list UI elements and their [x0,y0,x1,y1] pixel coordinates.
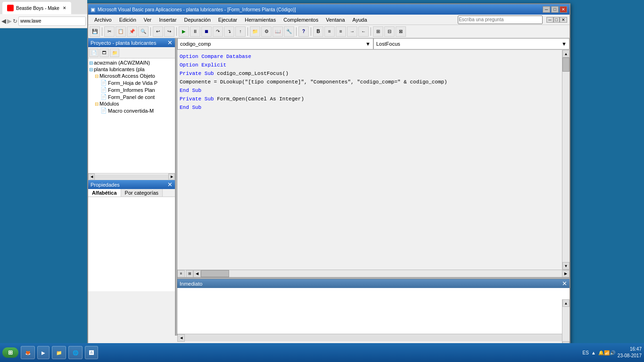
toolbar-cut[interactable]: ✂ [104,26,115,37]
toolbar-over[interactable]: ↴ [224,26,234,37]
toolbar-find[interactable]: 🔍 [138,26,149,37]
imm-vscroll-track[interactable] [562,307,570,341]
project-tree-item[interactable]: 📄 Macro convertida-M [100,107,174,114]
start-button[interactable]: ⊞ [2,347,18,358]
toolbar-objbrowser[interactable]: 📖 [272,26,283,37]
toolbar-align-center[interactable]: ≡ [336,26,346,37]
immediate-close[interactable]: ✕ [562,280,567,287]
project-tree-item[interactable]: 📄 Form_Hoja de Vida P [100,79,174,86]
proc-view-button[interactable]: ⊞ [186,270,193,278]
toolbar-paste[interactable]: 📌 [127,26,137,37]
hscroll-right-button[interactable]: ▶ [562,270,570,278]
menu-insertar[interactable]: Insertar [155,16,180,24]
toolbar-undo[interactable]: ↩ [153,26,163,37]
vbe-close-button[interactable]: ✕ [560,6,567,13]
back-button[interactable]: ◀ [1,17,6,25]
project-item-form-hoja[interactable]: Form_Hoja de Vida P [108,80,157,86]
immediate-content[interactable]: ◀ ▶ [177,288,570,334]
toolbar-stop[interactable]: ⏹ [201,26,212,37]
project-toggle-folders[interactable]: 📁 [110,49,119,57]
project-view-code[interactable]: 📄 [89,49,99,57]
menu-ayuda[interactable]: Ayuda [349,16,371,24]
menu-ejecutar[interactable]: Ejecutar [215,16,241,24]
project-item-form-panel[interactable]: Form_Panel de cont [108,94,155,100]
url-bar[interactable] [18,16,86,26]
project-tree-item[interactable]: 📄 Form_Panel de cont [100,93,174,100]
hscroll-left-button[interactable]: ◀ [193,270,201,278]
project-tree-item[interactable]: ⊟ Microsoft Access Objeto [95,73,174,79]
toolbar-extra3[interactable]: ⊠ [396,26,406,37]
hscroll-right[interactable]: ▶ [168,173,175,180]
taskbar-files[interactable]: 📁 [52,346,66,359]
taskbar-firefox[interactable]: 🦊 [21,346,35,359]
menu-depuracion[interactable]: Depuración [181,16,215,24]
vbe-maximize-button[interactable]: □ [551,6,559,13]
project-item-msobjects[interactable]: Microsoft Access Objeto [99,73,155,79]
toolbar-align-left[interactable]: ≡ [324,26,335,37]
project-item-acwzmain[interactable]: acwzmain (ACWZMAIN) [94,60,150,66]
menu-complementos[interactable]: Complementos [280,16,322,24]
menu-edicion[interactable]: Edición [116,16,140,24]
vscroll-down-button[interactable]: ▼ [562,262,570,270]
refresh-button[interactable]: ↻ [13,18,17,25]
project-tree-item[interactable]: ⊟ acwzmain (ACWZMAIN) [89,59,174,66]
project-tree-item[interactable]: ⊟ Módulos [95,100,174,107]
menu-archivo[interactable]: Archivo [91,16,116,24]
project-item-modulos[interactable]: Módulos [99,101,119,107]
toolbar-properties[interactable]: ⚙ [261,26,272,37]
vbe-search-input[interactable] [458,16,543,24]
project-item-planta[interactable]: planta lubricantes (pla [94,66,145,72]
toolbar-pause[interactable]: ⏸ [190,26,200,37]
tab-alfabetica[interactable]: Alfabética [88,189,121,197]
toolbar-project[interactable]: 📁 [250,26,260,37]
menu-ver[interactable]: Ver [140,16,156,24]
toolbar-indent[interactable]: → [347,26,357,37]
vscroll-thumb[interactable] [562,58,570,72]
taskbar-media[interactable]: ▶ [37,346,50,359]
menu-ventana[interactable]: Ventana [322,16,348,24]
vscroll-track[interactable] [562,58,570,262]
hscroll-left[interactable]: ◀ [88,173,95,180]
vscroll-up-button[interactable]: ▲ [562,50,570,58]
view-buttons: ≡ ⊞ [177,270,193,278]
toolbar-icon1[interactable]: 💾 [90,26,100,37]
project-panel-close[interactable]: ✕ [167,39,173,46]
form-icon: 📄 [100,94,107,100]
imm-vscroll-up[interactable]: ▲ [562,299,570,307]
browser-tab[interactable]: Beastie Boys - Make ✕ [2,2,71,14]
hscroll-track[interactable] [95,174,168,179]
project-item-form-informes[interactable]: Form_Informes Plan [108,87,155,93]
toolbar-toolbox[interactable]: 🔧 [284,26,294,37]
vbe-inner-minimize[interactable]: ─ [546,17,553,23]
toolbar-copy[interactable]: 📋 [116,26,126,37]
procedure-dropdown[interactable]: LostFocus ▼ [373,38,570,49]
project-tree-item[interactable]: 📄 Form_Informes Plan [100,86,174,93]
vbe-inner-close[interactable]: ✕ [560,17,567,23]
project-tree-item[interactable]: ⊟ planta lubricantes (pla [89,66,174,73]
object-dropdown[interactable]: codigo_comp ▼ [177,38,373,49]
toolbar-outdent[interactable]: ← [358,26,369,37]
toolbar-help[interactable]: ? [298,26,309,37]
tab-close-button[interactable]: ✕ [63,6,66,10]
toolbar-run[interactable]: ▶ [179,26,189,37]
normal-view-button[interactable]: ≡ [177,270,185,278]
project-view-object[interactable]: 🗔 [99,49,109,57]
tab-por-categorias[interactable]: Por categorías [121,189,163,197]
toolbar-bold[interactable]: B [313,26,323,37]
taskbar-chrome[interactable]: 🌐 [68,346,83,359]
code-editor-area[interactable]: Option Compare Database Option Explicit … [177,50,562,270]
hscroll-thumb[interactable] [201,270,229,277]
hscroll-track[interactable] [201,270,562,277]
toolbar-extra2[interactable]: ⊟ [384,26,395,37]
toolbar-extra1[interactable]: ⊞ [373,26,383,37]
menu-herramientas[interactable]: Herramientas [241,16,280,24]
vbe-minimize-button[interactable]: ─ [543,6,550,13]
properties-panel-close[interactable]: ✕ [167,181,173,188]
toolbar-step[interactable]: ↷ [213,26,223,37]
toolbar-out[interactable]: ↑ [235,26,246,37]
forward-button[interactable]: ▶ [7,17,12,25]
project-item-macro[interactable]: Macro convertida-M [108,108,154,114]
toolbar-redo[interactable]: ↪ [164,26,174,37]
vbe-inner-restore[interactable]: □ [553,17,560,23]
taskbar-access[interactable]: 🅰 [85,346,98,359]
